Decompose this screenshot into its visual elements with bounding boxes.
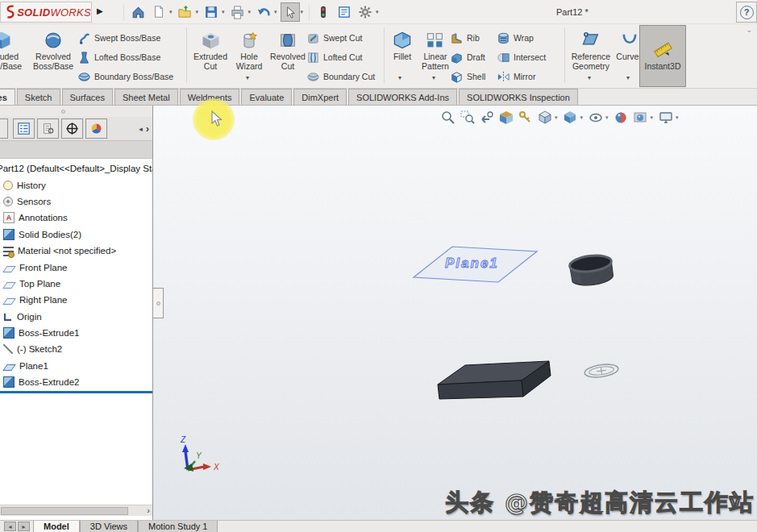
panel-grip[interactable] xyxy=(0,106,152,117)
display-style-button[interactable] xyxy=(562,109,579,126)
tree-item-material[interactable]: Material <not specified> xyxy=(0,243,152,259)
undo-dropdown-arrow[interactable]: ▾ xyxy=(274,9,277,15)
boundary-cut-button[interactable]: Boundary Cut xyxy=(306,69,375,85)
rebuild-button[interactable] xyxy=(314,2,333,22)
fillet-button[interactable]: Fillet xyxy=(387,28,418,86)
toolbar-flyout-arrow[interactable]: ▶ xyxy=(97,6,103,15)
swept-boss-base-button[interactable]: Swept Boss/Base xyxy=(77,31,160,47)
curves-dropdown-arrow[interactable]: ▾ xyxy=(626,74,630,81)
open-dropdown-arrow[interactable]: ▾ xyxy=(196,9,199,15)
save-button[interactable] xyxy=(202,2,221,22)
hide-show-dropdown-arrow[interactable]: ▾ xyxy=(605,114,609,121)
fillet-dropdown-arrow[interactable]: ▾ xyxy=(398,74,401,81)
display-style-dropdown-arrow[interactable]: ▾ xyxy=(580,114,584,121)
panel-scroll-right-arrow[interactable]: › xyxy=(146,123,149,135)
tab-surfaces[interactable]: Surfaces xyxy=(62,89,113,105)
tab-3d-views[interactable]: 3D Views xyxy=(80,521,138,532)
revolved-cut-button[interactable]: Revolved Cut xyxy=(266,28,310,86)
featuremanager-tab[interactable] xyxy=(13,118,35,139)
tree-item-origin[interactable]: Origin xyxy=(0,309,152,325)
reference-geometry-dropdown-arrow[interactable]: ▾ xyxy=(588,74,591,81)
panel-tab-hidden[interactable] xyxy=(0,118,8,139)
tree-item-sensors[interactable]: Sensors xyxy=(0,193,152,210)
mirror-button[interactable]: Mirror xyxy=(497,69,535,85)
study-prev-arrow[interactable]: ◂ xyxy=(4,522,16,531)
section-view-button[interactable] xyxy=(497,109,514,126)
wrap-button[interactable]: Wrap xyxy=(497,31,534,47)
panel-scroll-left-arrow[interactable]: ◂ xyxy=(139,125,143,133)
lofted-cut-button[interactable]: Lofted Cut xyxy=(306,50,362,66)
view-orientation-button[interactable] xyxy=(536,109,553,126)
new-dropdown-arrow[interactable]: ▾ xyxy=(169,9,173,15)
tree-item-history[interactable]: History xyxy=(0,177,152,193)
panel-splitter-handle[interactable] xyxy=(152,288,164,318)
tree-item-top-plane[interactable]: Top Plane xyxy=(0,276,152,292)
scrollbar-right-arrow[interactable]: › xyxy=(147,505,150,515)
scrollbar-thumb[interactable] xyxy=(1,507,128,515)
dynamic-annotation-button[interactable] xyxy=(517,109,534,126)
home-button[interactable] xyxy=(128,2,148,22)
print-dropdown-arrow[interactable]: ▾ xyxy=(248,9,252,15)
linear-pattern-dropdown-arrow[interactable]: ▾ xyxy=(432,74,435,81)
tree-item-right-plane[interactable]: Right Plane xyxy=(0,292,152,308)
cylinder-body[interactable] xyxy=(569,253,614,287)
ribbon-collapse-arrow[interactable]: ⌄ xyxy=(746,26,752,34)
tree-item-sketch2[interactable]: (-) Sketch2 xyxy=(0,341,152,357)
graphics-area[interactable]: Plane1 xyxy=(153,106,757,520)
tab-motion-study-1[interactable]: Motion Study 1 xyxy=(138,521,218,532)
tree-item-plane1[interactable]: Plane1 xyxy=(0,358,152,374)
tab-evaluate[interactable]: Evaluate xyxy=(241,89,292,105)
apply-scene-dropdown-arrow[interactable]: ▾ xyxy=(651,114,654,121)
tab-dimxpert[interactable]: DimXpert xyxy=(293,89,347,105)
edit-appearance-button[interactable] xyxy=(613,109,630,126)
view-orientation-dropdown-arrow[interactable]: ▾ xyxy=(555,114,558,121)
instant3d-button[interactable]: Instant3D xyxy=(639,25,686,87)
shell-button[interactable]: Shell xyxy=(450,69,485,85)
view-settings-dropdown-arrow[interactable]: ▾ xyxy=(676,114,679,121)
draft-button[interactable]: Draft xyxy=(450,50,485,66)
open-button[interactable] xyxy=(176,2,195,22)
tab-solidworks-inspection[interactable]: SOLIDWORKS Inspection xyxy=(459,89,578,105)
tree-item-boss-extrude2[interactable]: Boss-Extrude2 xyxy=(0,374,152,390)
slab-body[interactable] xyxy=(438,361,551,399)
undo-button[interactable] xyxy=(254,2,273,22)
file-properties-button[interactable] xyxy=(335,2,354,22)
tab-sketch[interactable]: Sketch xyxy=(17,89,60,105)
tab-sheet-metal[interactable]: Sheet Metal xyxy=(114,89,178,105)
tree-item-annotations[interactable]: AAnnotations xyxy=(0,210,152,226)
select-dropdown-arrow[interactable]: ▾ xyxy=(301,9,304,15)
rib-button[interactable]: Rib xyxy=(450,31,480,47)
zoom-to-fit-button[interactable] xyxy=(439,109,456,126)
circle-sketch[interactable] xyxy=(584,363,619,380)
hole-wizard-dropdown-arrow[interactable]: ▾ xyxy=(246,74,249,81)
options-dropdown-arrow[interactable]: ▾ xyxy=(376,9,379,15)
previous-view-button[interactable] xyxy=(478,109,495,126)
new-document-button[interactable] xyxy=(149,2,168,22)
zoom-to-area-button[interactable] xyxy=(459,109,476,126)
study-next-arrow[interactable]: ▸ xyxy=(18,522,30,531)
dimxpertmanager-tab[interactable] xyxy=(85,118,107,139)
lofted-boss-base-button[interactable]: Lofted Boss/Base xyxy=(77,50,160,66)
tree-item-solid-bodies[interactable]: Solid Bodies(2) xyxy=(0,227,152,243)
revolved-boss-base-button[interactable]: Revolved Boss/Base xyxy=(29,28,77,86)
tab-solidworks-add-ins[interactable]: SOLIDWORKS Add-Ins xyxy=(348,89,457,105)
help-button[interactable]: ? xyxy=(736,2,757,23)
apply-scene-button[interactable] xyxy=(632,109,649,126)
propertymanager-tab[interactable] xyxy=(37,118,59,139)
extruded-cut-button[interactable]: Extruded Cut xyxy=(188,28,233,86)
tree-item-boss-extrude1[interactable]: Boss-Extrude1 xyxy=(0,325,152,341)
select-tool-button[interactable] xyxy=(281,2,300,22)
tab-model[interactable]: Model xyxy=(33,521,80,532)
tree-root-part12[interactable]: Part12 (Default<<Default>_Display Stat xyxy=(0,160,152,177)
save-dropdown-arrow[interactable]: ▾ xyxy=(222,9,225,15)
view-settings-button[interactable] xyxy=(657,109,674,126)
hide-show-items-button[interactable] xyxy=(587,109,604,126)
panel-horizontal-scrollbar[interactable]: › xyxy=(0,505,153,516)
options-button[interactable] xyxy=(356,2,375,22)
tab-features[interactable]: Features xyxy=(0,89,15,105)
swept-cut-button[interactable]: Swept Cut xyxy=(306,31,362,47)
boundary-boss-base-button[interactable]: Boundary Boss/Base xyxy=(77,69,173,85)
rollback-bar[interactable] xyxy=(0,391,152,393)
extruded-boss-base-button[interactable]: Extruded Boss/Base xyxy=(0,28,27,86)
print-button[interactable] xyxy=(228,2,247,22)
